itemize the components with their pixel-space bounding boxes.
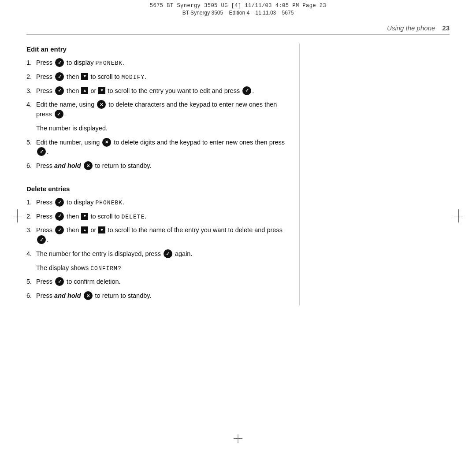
- delete-step-4-note: The display shows CONFIRM?: [36, 263, 286, 273]
- check-button-icon: [55, 58, 64, 67]
- step-num: 5.: [26, 138, 36, 157]
- edit-step-5: 5. Edit the number, using to delete digi…: [26, 138, 286, 157]
- step-content: Press then ▲ or ▼ to scroll to the name …: [36, 226, 286, 245]
- edit-step-6: 6. Press and hold to return to standby.: [26, 161, 286, 171]
- step-content: Press and hold to return to standby.: [36, 161, 286, 171]
- x-button-icon: [84, 291, 93, 300]
- check-button-icon: [242, 86, 251, 95]
- display-text-modify: MODIFY: [122, 74, 145, 81]
- check-button-icon: [37, 235, 46, 244]
- check-button-icon: [55, 226, 64, 234]
- step-num: 4.: [26, 249, 36, 259]
- crop-mark-bottom-v: [238, 434, 238, 443]
- x-button-icon: [84, 161, 93, 170]
- and-hold-text: and hold: [54, 162, 81, 169]
- display-text-delete: DELETE: [122, 214, 145, 220]
- edit-step-1: 1. Press to display PHONEBK.: [26, 58, 286, 68]
- delete-section-title: Delete entries: [26, 185, 286, 193]
- check-button-icon: [55, 277, 64, 286]
- edit-step-4-note: The number is displayed.: [36, 124, 286, 133]
- step-num: 4.: [26, 100, 36, 119]
- step-content: Edit the name, using to delete character…: [36, 100, 286, 119]
- step-content: Press to display PHONEBK.: [36, 58, 286, 68]
- display-text-confirm: CONFIRM?: [90, 265, 121, 272]
- step-num: 2.: [26, 212, 36, 222]
- step-num: 3.: [26, 86, 36, 96]
- check-button-icon: [164, 249, 172, 258]
- page-content: Using the phone 23 Edit an entry 1. Pres…: [26, 24, 450, 434]
- step-content: The number for the entry is displayed, p…: [36, 249, 286, 259]
- down-arrow-icon: ▼: [98, 87, 105, 94]
- check-button-icon: [55, 212, 64, 221]
- step-num: 3.: [26, 226, 36, 245]
- check-button-icon: [55, 72, 64, 81]
- delete-section: Delete entries 1. Press to display PHONE…: [26, 185, 286, 301]
- edit-step-3: 3. Press then ▲ or ▼ to scroll to the en…: [26, 86, 286, 96]
- check-button-icon: [55, 86, 64, 95]
- crop-mark-left-v: [17, 209, 18, 222]
- check-button-icon: [37, 147, 46, 156]
- edit-steps-list-continued: 5. Edit the number, using to delete digi…: [26, 138, 286, 171]
- crop-mark-left-h: [13, 216, 22, 216]
- edit-section-title: Edit an entry: [26, 45, 286, 53]
- down-arrow-icon: ▼: [98, 226, 105, 233]
- step-content: Edit the number, using to delete digits …: [36, 138, 286, 157]
- crop-mark-right-v: [458, 209, 459, 222]
- delete-steps-list: 1. Press to display PHONEBK. 2. Press th…: [26, 198, 286, 259]
- up-arrow-icon: ▲: [81, 87, 88, 94]
- display-text-phonebk: PHONEBK: [95, 60, 123, 67]
- step-content: Press then ▲ or ▼ to scroll to the entry…: [36, 86, 286, 96]
- step-num: 1.: [26, 58, 36, 68]
- edit-step-2: 2. Press then ▼ to scroll to MODIFY.: [26, 72, 286, 82]
- delete-step-3: 3. Press then ▲ or ▼ to scroll to the na…: [26, 226, 286, 245]
- step-content: Press then ▼ to scroll to MODIFY.: [36, 72, 286, 82]
- edit-step-4: 4. Edit the name, using to delete charac…: [26, 100, 286, 119]
- page-number: 23: [442, 24, 450, 32]
- delete-steps-list-continued: 5. Press to confirm deletion. 6. Press a…: [26, 277, 286, 301]
- edit-steps-list: 1. Press to display PHONEBK. 2. Press th…: [26, 58, 286, 119]
- delete-step-5: 5. Press to confirm deletion.: [26, 277, 286, 287]
- delete-step-4: 4. The number for the entry is displayed…: [26, 249, 286, 259]
- step-num: 6.: [26, 161, 36, 171]
- side-column: [300, 44, 450, 305]
- step-content: Press and hold to return to standby.: [36, 291, 286, 301]
- step-content: Press to confirm deletion.: [36, 277, 286, 287]
- section-title-header: Using the phone: [387, 24, 435, 32]
- check-button-icon: [55, 198, 64, 207]
- content-column: Edit an entry 1. Press to display PHONEB…: [26, 44, 300, 305]
- step-num: 5.: [26, 277, 36, 287]
- print-meta: 5675 BT Synergy 3505 UG [4] 11/11/03 4:0…: [150, 3, 326, 9]
- step-num: 2.: [26, 72, 36, 82]
- page-header: Using the phone 23: [26, 24, 450, 35]
- up-arrow-icon: ▲: [81, 226, 88, 233]
- delete-step-2: 2. Press then ▼ to scroll to DELETE.: [26, 212, 286, 222]
- edit-section: Edit an entry 1. Press to display PHONEB…: [26, 45, 286, 171]
- step-num: 1.: [26, 198, 36, 207]
- step-content: Press to display PHONEBK.: [36, 198, 286, 207]
- down-arrow-icon: ▼: [81, 213, 88, 220]
- delete-step-6: 6. Press and hold to return to standby.: [26, 291, 286, 301]
- check-button-icon: [55, 110, 63, 119]
- delete-step-1: 1. Press to display PHONEBK.: [26, 198, 286, 207]
- down-arrow-icon: ▼: [81, 73, 88, 80]
- step-content: Press then ▼ to scroll to DELETE.: [36, 212, 286, 222]
- x-button-icon: [102, 138, 111, 147]
- edition-subtitle: BT Synergy 3505 – Edition 4 – 11.11.03 –…: [182, 10, 294, 16]
- and-hold-text: and hold: [54, 292, 81, 299]
- x-button-icon: [97, 100, 106, 109]
- main-layout: Edit an entry 1. Press to display PHONEB…: [26, 44, 450, 305]
- display-text-phonebk: PHONEBK: [95, 200, 123, 206]
- top-bar: 5675 BT Synergy 3505 UG [4] 11/11/03 4:0…: [0, 0, 476, 23]
- step-num: 6.: [26, 291, 36, 301]
